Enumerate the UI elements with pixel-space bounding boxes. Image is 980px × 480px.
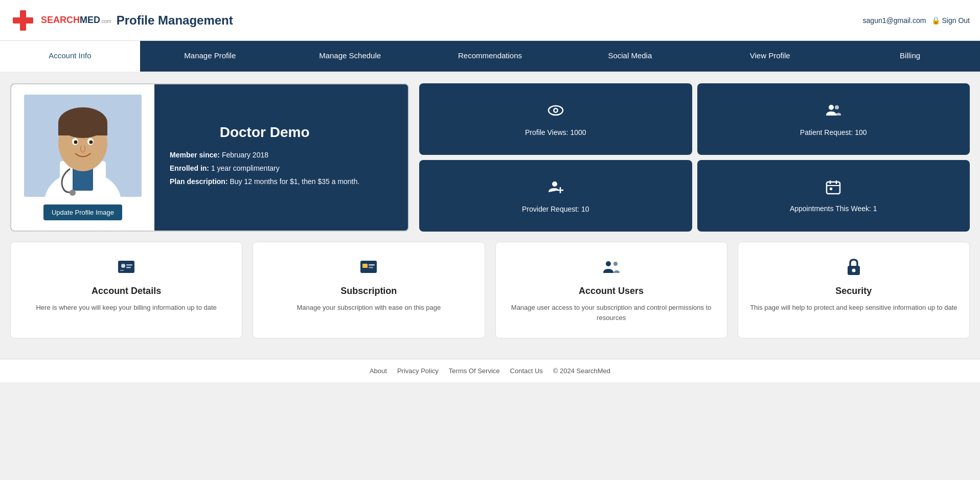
svg-point-38 bbox=[613, 262, 618, 266]
lock-icon bbox=[846, 258, 862, 280]
svg-rect-23 bbox=[827, 182, 840, 194]
profile-info: Doctor Demo Member since: February 2018 … bbox=[154, 84, 375, 231]
lock-small-icon: 🔒 bbox=[931, 16, 940, 25]
svg-point-14 bbox=[89, 141, 93, 144]
stat-profile-views: Profile Views: 1000 bbox=[419, 83, 692, 155]
stat-patient-request: Patient Request: 100 bbox=[697, 83, 970, 155]
account-users-desc: Manage user access to your subscription … bbox=[506, 303, 717, 323]
nav-item-view-profile[interactable]: View Profile bbox=[700, 41, 840, 72]
member-since-label: Member since: bbox=[170, 151, 220, 159]
svg-point-20 bbox=[552, 181, 557, 187]
subscription-desc: Manage your subscription with ease on th… bbox=[297, 303, 441, 313]
nav-item-account-info[interactable]: Account Info bbox=[0, 41, 140, 72]
svg-rect-31 bbox=[126, 267, 131, 268]
nav-item-billing[interactable]: Billing bbox=[840, 41, 980, 72]
enrolled-value: 1 year complimentary bbox=[211, 164, 280, 172]
svg-point-13 bbox=[74, 141, 78, 144]
appointments-label: Appointments This Week: 1 bbox=[790, 204, 877, 213]
svg-rect-27 bbox=[830, 188, 832, 190]
calendar-icon bbox=[826, 179, 841, 198]
subscription-card[interactable]: Subscription Manage your subscription wi… bbox=[253, 242, 485, 338]
enrolled-row: Enrolled in: 1 year complimentary bbox=[170, 164, 359, 172]
nav-item-recommendations[interactable]: Recommendations bbox=[420, 41, 560, 72]
svg-rect-10 bbox=[58, 123, 107, 135]
subscription-icon bbox=[359, 258, 378, 280]
svg-point-29 bbox=[121, 264, 125, 268]
account-details-title: Account Details bbox=[92, 286, 161, 296]
svg-rect-32 bbox=[120, 270, 124, 271]
subscription-title: Subscription bbox=[340, 286, 397, 296]
update-profile-image-button[interactable]: Update Profile Image bbox=[43, 204, 122, 220]
users-icon bbox=[602, 258, 621, 280]
patient-request-label: Patient Request: 100 bbox=[800, 128, 867, 136]
member-since-row: Member since: February 2018 bbox=[170, 151, 359, 159]
eye-icon bbox=[548, 102, 564, 122]
stats-row-top: Profile Views: 1000 Patient Request: 100 bbox=[419, 83, 970, 155]
plan-value: Buy 12 months for $1, then $35 a month. bbox=[230, 177, 359, 186]
header: SEARCHMED.com Profile Management sagun1@… bbox=[0, 0, 980, 41]
profile-image-area: Update Profile Image bbox=[11, 84, 154, 231]
svg-rect-2 bbox=[13, 17, 33, 24]
page-title: Profile Management bbox=[117, 13, 233, 28]
footer-contact[interactable]: Contact Us bbox=[510, 367, 543, 375]
svg-rect-35 bbox=[369, 264, 375, 266]
plan-label: Plan description: bbox=[170, 177, 228, 186]
sign-out-button[interactable]: 🔒 Sign Out bbox=[931, 16, 970, 25]
add-person-icon bbox=[548, 179, 564, 199]
svg-rect-36 bbox=[369, 267, 373, 268]
bottom-cards: Account Details Here is where you will k… bbox=[10, 242, 970, 338]
svg-rect-28 bbox=[118, 261, 134, 273]
id-card-icon bbox=[117, 258, 135, 280]
account-details-card[interactable]: Account Details Here is where you will k… bbox=[10, 242, 242, 338]
doctor-name: Doctor Demo bbox=[170, 124, 359, 141]
nav-item-manage-schedule[interactable]: Manage Schedule bbox=[280, 41, 420, 72]
stat-appointments: Appointments This Week: 1 bbox=[697, 160, 970, 232]
member-since-value: February 2018 bbox=[222, 151, 268, 159]
stats-row-bottom: Provider Request: 10 Appointments This W… bbox=[419, 160, 970, 232]
logo-icon bbox=[10, 8, 36, 33]
provider-request-label: Provider Request: 10 bbox=[522, 205, 589, 213]
svg-rect-30 bbox=[126, 264, 132, 266]
logo-area: SEARCHMED.com Profile Management bbox=[10, 8, 233, 33]
logo-text: SEARCHMED.com bbox=[41, 15, 111, 26]
footer-copyright: © 2024 SearchMed bbox=[553, 367, 610, 375]
svg-point-37 bbox=[606, 261, 611, 266]
footer: About Privacy Policy Terms Of Service Co… bbox=[0, 359, 980, 382]
nav-item-social-media[interactable]: Social Media bbox=[560, 41, 700, 72]
main-content: Update Profile Image Doctor Demo Member … bbox=[0, 73, 980, 359]
nav-item-manage-profile[interactable]: Manage Profile bbox=[140, 41, 280, 72]
profile-card: Update Profile Image Doctor Demo Member … bbox=[10, 83, 409, 232]
enrolled-label: Enrolled in: bbox=[170, 164, 209, 172]
plan-row: Plan description: Buy 12 months for $1, … bbox=[170, 177, 359, 186]
stat-provider-request: Provider Request: 10 bbox=[419, 160, 692, 232]
security-card[interactable]: Security This page will help to protect … bbox=[738, 242, 970, 338]
doctor-photo bbox=[24, 95, 142, 197]
security-title: Security bbox=[835, 286, 872, 296]
svg-point-19 bbox=[835, 105, 839, 109]
profile-section: Update Profile Image Doctor Demo Member … bbox=[10, 83, 970, 232]
svg-point-18 bbox=[829, 105, 834, 110]
security-desc: This page will help to protect and keep … bbox=[750, 303, 957, 313]
profile-views-label: Profile Views: 1000 bbox=[525, 128, 586, 136]
footer-privacy[interactable]: Privacy Policy bbox=[397, 367, 439, 375]
people-icon bbox=[825, 102, 841, 122]
account-users-title: Account Users bbox=[579, 286, 644, 296]
footer-about[interactable]: About bbox=[370, 367, 387, 375]
stats-section: Profile Views: 1000 Patient Request: 100 bbox=[419, 83, 970, 232]
user-email: sagun1@gmail.com bbox=[863, 16, 926, 25]
footer-terms[interactable]: Terms Of Service bbox=[449, 367, 500, 375]
svg-point-7 bbox=[70, 190, 76, 196]
account-users-card[interactable]: Account Users Manage user access to your… bbox=[495, 242, 727, 338]
svg-point-17 bbox=[554, 109, 557, 111]
svg-point-40 bbox=[852, 269, 855, 272]
header-right: sagun1@gmail.com 🔒 Sign Out bbox=[863, 16, 970, 25]
account-details-desc: Here is where you will keep your billing… bbox=[36, 303, 216, 313]
navigation-bar: Account Info Manage Profile Manage Sched… bbox=[0, 41, 980, 73]
svg-rect-34 bbox=[362, 264, 368, 268]
